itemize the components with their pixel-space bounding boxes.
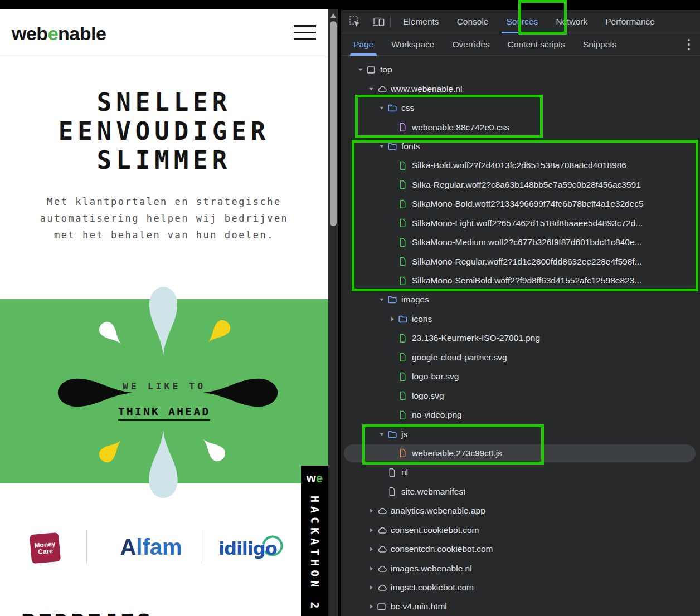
- tab-console[interactable]: Console: [448, 10, 498, 33]
- tree-row-consent.cookiebot.com[interactable]: consent.cookiebot.com: [341, 521, 700, 540]
- scrollbar-up-arrow[interactable]: [330, 13, 336, 18]
- scrollbar-thumb[interactable]: [330, 21, 337, 226]
- tab-sources[interactable]: Sources: [498, 10, 547, 33]
- tree-row-silkamono-light.woff2-657462d1518d8baaee[interactable]: SilkaMono-Light.woff2?657462d1518d8baaee…: [341, 214, 700, 233]
- tree-row-logo-bar.svg[interactable]: logo-bar.svg: [341, 367, 700, 386]
- tree-row-icons[interactable]: icons: [341, 310, 700, 329]
- tree-row-label: SilkaMono-SemiBold.woff2?f9d8ff63d41552a…: [412, 276, 641, 286]
- subtab-workspace[interactable]: Workspace: [382, 33, 443, 56]
- tab-elements[interactable]: Elements: [394, 10, 448, 33]
- tree-row-analytics.webenable.app[interactable]: analytics.webenable.app: [341, 501, 700, 520]
- tree-row-label: Silka-Bold.woff2?f2d4013fc2d651538a708a8…: [412, 160, 626, 170]
- tab-label: Sources: [507, 17, 538, 27]
- tree-row-label: nl: [401, 467, 408, 477]
- tree-row-www.webenable.nl[interactable]: www.webenable.nl: [341, 79, 700, 98]
- file-icon: [398, 238, 412, 247]
- chevron-down-icon[interactable]: [376, 297, 388, 302]
- tree-row-23.136-keurmerk-iso-27001.png[interactable]: 23.136-Keurmerk-ISO-27001.png: [341, 329, 700, 348]
- tab-network[interactable]: Network: [547, 10, 596, 33]
- cloud-icon: [377, 545, 391, 553]
- tree-row-label: SilkaMono-Regular.woff2?1d1c2800fdd8632e…: [412, 257, 642, 267]
- file-icon: [398, 410, 412, 420]
- tree-row-silkamono-semibold.woff2-f9d8ff63d41552a[interactable]: SilkaMono-SemiBold.woff2?f9d8ff63d41552a…: [341, 271, 700, 290]
- chevron-down-icon[interactable]: [376, 432, 388, 437]
- subtab-snippets[interactable]: Snippets: [574, 33, 625, 56]
- tab-performance[interactable]: Performance: [596, 10, 664, 33]
- clipped-section-heading: BEDRIJFS: [21, 609, 153, 616]
- tree-row-top[interactable]: top: [341, 60, 700, 79]
- hamburger-menu-icon[interactable]: [294, 25, 316, 41]
- divider: [86, 530, 87, 564]
- tree-row-css[interactable]: css: [341, 99, 700, 118]
- chevron-right-icon[interactable]: [365, 566, 377, 571]
- tree-row-no-video.png[interactable]: no-video.png: [341, 405, 700, 424]
- tree-row-label: SilkaMono-Medium.woff2?c677b326f9f87d601…: [412, 237, 641, 247]
- site-header: webenable: [0, 9, 328, 57]
- tree-row-label: SilkaMono-Light.woff2?657462d1518d8baaee…: [412, 218, 643, 228]
- tree-row-google-cloud-partner.svg[interactable]: google-cloud-partner.svg: [341, 348, 700, 367]
- chevron-right-icon[interactable]: [365, 604, 377, 609]
- file-icon: [398, 218, 412, 228]
- tree-row-webenable.273c99c0.js[interactable]: webenable.273c99c0.js: [341, 444, 700, 463]
- tree-row-label: css: [401, 103, 414, 113]
- tree-row-images.webenable.nl[interactable]: images.webenable.nl: [341, 559, 700, 578]
- hackathon-ribbon: we HACKATHON 2025: [301, 466, 328, 616]
- hero-center-text: WE LIKE TO THINK AHEAD: [0, 381, 328, 421]
- chevron-down-icon[interactable]: [354, 67, 367, 72]
- file-icon: [398, 334, 412, 343]
- tree-row-label: bc-v4.min.html: [391, 602, 447, 612]
- chevron-down-icon[interactable]: [376, 144, 388, 149]
- hero-heading: SNELLER EENVOUDIGER SLIMMER: [0, 88, 328, 175]
- chevron-right-icon[interactable]: [365, 546, 377, 552]
- folder-icon: [388, 431, 401, 438]
- subtab-overrides[interactable]: Overrides: [443, 33, 498, 56]
- file-icon: [398, 257, 412, 266]
- tree-row-js[interactable]: js: [341, 424, 700, 443]
- tree-row-images[interactable]: images: [341, 290, 700, 309]
- hero-intro: Met klantportalen en strategische automa…: [0, 193, 328, 243]
- tree-row-fonts[interactable]: fonts: [341, 137, 700, 156]
- chevron-down-icon[interactable]: [365, 86, 377, 92]
- tree-row-label: top: [380, 65, 392, 75]
- think-ahead-link[interactable]: THINK AHEAD: [118, 405, 210, 421]
- file-icon: [388, 468, 401, 477]
- chevron-right-icon[interactable]: [365, 585, 377, 590]
- tree-row-label: no-video.png: [412, 410, 462, 420]
- cloud-icon: [377, 507, 391, 515]
- tree-row-silkamono-medium.woff2-c677b326f9f87d601[interactable]: SilkaMono-Medium.woff2?c677b326f9f87d601…: [341, 233, 700, 252]
- chevron-right-icon[interactable]: [365, 508, 377, 514]
- file-tree: topwww.webenable.nlcsswebenable.88c742e0…: [341, 60, 700, 616]
- tree-row-logo.svg[interactable]: logo.svg: [341, 386, 700, 405]
- tree-row-silka-bold.woff2-f2d4013fc2d651538a708a8[interactable]: Silka-Bold.woff2?f2d4013fc2d651538a708a8…: [341, 156, 700, 175]
- cloud-icon: [377, 526, 391, 534]
- browser-scrollbar[interactable]: [328, 9, 338, 616]
- tree-row-silka-regular.woff2-c8a63b148bb5e7a59c0b[interactable]: Silka-Regular.woff2?c8a63b148bb5e7a59c0b…: [341, 175, 700, 194]
- file-icon: [398, 276, 412, 286]
- subtab-label: Overrides: [452, 40, 489, 50]
- heading-line: SLIMMER: [0, 146, 328, 175]
- tree-row-imgsct.cookiebot.com[interactable]: imgsct.cookiebot.com: [341, 578, 700, 597]
- tree-row-nl[interactable]: nl: [341, 463, 700, 482]
- subtab-page[interactable]: Page: [344, 33, 382, 56]
- subtab-content-scripts[interactable]: Content scripts: [499, 33, 574, 56]
- subtab-label: Content scripts: [508, 40, 565, 50]
- tree-row-consentcdn.cookiebot.com[interactable]: consentcdn.cookiebot.com: [341, 540, 700, 559]
- hero-tagline: WE LIKE TO: [0, 381, 328, 392]
- tree-row-silkamono-bold.woff2-133496699f74fe6b78b[interactable]: SilkaMono-Bold.woff2?133496699f74fe6b78b…: [341, 194, 700, 213]
- chevron-right-icon[interactable]: [365, 527, 377, 533]
- chevron-down-icon[interactable]: [376, 105, 388, 111]
- kebab-menu-icon[interactable]: [682, 37, 696, 52]
- divider: [201, 530, 201, 564]
- tree-row-site.webmanifest[interactable]: site.webmanifest: [341, 482, 700, 501]
- tree-row-webenable.88c742e0.css[interactable]: webenable.88c742e0.css: [341, 118, 700, 136]
- inspect-icon[interactable]: [346, 13, 364, 30]
- tree-row-bc-v4.min.html[interactable]: bc-v4.min.html: [341, 597, 700, 616]
- file-icon: [398, 391, 412, 400]
- device-toolbar-icon[interactable]: [369, 13, 388, 30]
- webenable-logo[interactable]: webenable: [12, 23, 106, 45]
- intro-line: Met klantportalen en strategische: [0, 193, 328, 210]
- tree-row-silkamono-regular.woff2-1d1c2800fdd8632e[interactable]: SilkaMono-Regular.woff2?1d1c2800fdd8632e…: [341, 252, 700, 271]
- subtab-label: Page: [353, 40, 373, 50]
- devtools-tab-bar: ElementsConsoleSourcesNetworkPerformance: [341, 10, 700, 33]
- chevron-right-icon[interactable]: [386, 316, 398, 322]
